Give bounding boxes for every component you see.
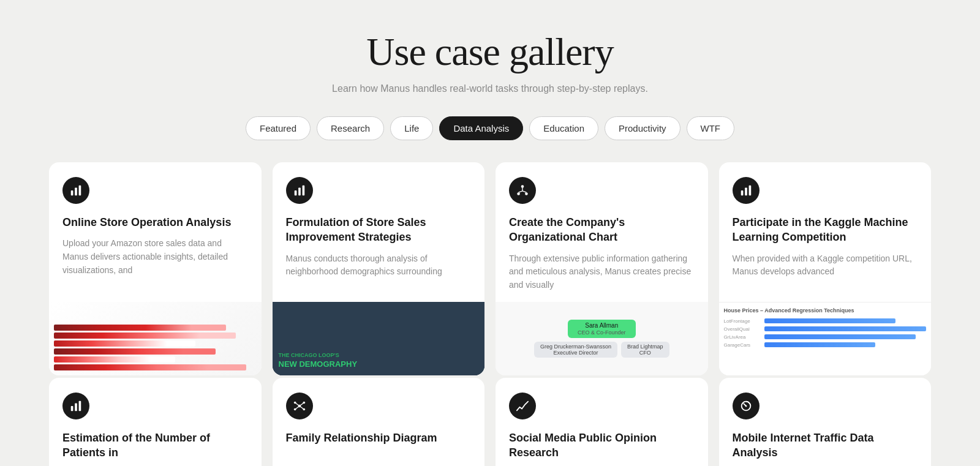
tab-featured[interactable]: Featured xyxy=(246,116,311,140)
svg-rect-2 xyxy=(79,186,81,196)
tab-productivity[interactable]: Productivity xyxy=(605,116,680,140)
page-header: Use case gallery Learn how Manus handles… xyxy=(49,29,931,94)
svg-rect-14 xyxy=(748,186,751,196)
chart-icon-2 xyxy=(286,177,313,204)
svg-point-8 xyxy=(525,192,528,195)
card-title-6: Family Relationship Diagram xyxy=(286,430,472,445)
chart-icon-5 xyxy=(62,393,89,419)
card-title-4: Participate in the Kaggle Machine Learni… xyxy=(733,215,918,245)
svg-rect-3 xyxy=(294,190,296,195)
card-online-store[interactable]: Online Store Operation Analysis Upload y… xyxy=(49,162,262,375)
card-image xyxy=(49,302,262,375)
svg-rect-16 xyxy=(75,403,77,411)
svg-rect-13 xyxy=(745,187,747,195)
card-org-chart[interactable]: Create the Company's Organizational Char… xyxy=(496,162,708,375)
svg-rect-17 xyxy=(79,400,81,411)
card-title-3: Create the Company's Organizational Char… xyxy=(509,215,695,245)
svg-point-6 xyxy=(521,185,524,188)
svg-line-24 xyxy=(300,402,304,406)
card-family-diagram[interactable]: Family Relationship Diagram xyxy=(273,378,485,466)
svg-line-11 xyxy=(522,191,526,192)
tab-wtf[interactable]: WTF xyxy=(687,116,734,140)
svg-rect-0 xyxy=(71,190,74,195)
card-title: Online Store Operation Analysis xyxy=(62,215,248,230)
chart3-icon xyxy=(733,393,760,419)
card-image-3: Sara AllmanCEO & Co-Founder Greg Drucker… xyxy=(496,302,708,375)
tab-life[interactable]: Life xyxy=(390,116,433,140)
org-icon xyxy=(509,177,536,204)
svg-rect-5 xyxy=(302,186,304,196)
card-title-5: Estimation of the Number of Patients in xyxy=(62,430,248,460)
card-title-8: Mobile Internet Traffic Data Analysis xyxy=(733,430,918,460)
kaggle-icon xyxy=(733,177,760,204)
svg-line-23 xyxy=(295,402,299,406)
page-title: Use case gallery xyxy=(49,29,931,75)
cards-grid-row2: Estimation of the Number of Patients in … xyxy=(49,378,931,466)
card-title-2: Formulation of Store Sales Improvement S… xyxy=(286,215,472,245)
card-social-media[interactable]: Social Media Public Opinion Research xyxy=(496,378,708,466)
network-icon xyxy=(286,393,313,419)
svg-line-26 xyxy=(300,406,304,410)
card-desc-4: When provided with a Kaggle competition … xyxy=(733,252,918,292)
tab-education[interactable]: Education xyxy=(529,116,598,140)
page-subtitle: Learn how Manus handles real-world tasks… xyxy=(49,83,931,94)
chart2-icon xyxy=(509,393,536,419)
filter-tabs: Featured Research Life Data Analysis Edu… xyxy=(49,116,931,140)
card-image-2: THE CHICAGO LOOP'S NEW DEMOGRAPHY xyxy=(273,302,485,375)
svg-rect-4 xyxy=(298,187,301,195)
card-desc-2: Manus conducts thorough analysis of neig… xyxy=(286,252,472,292)
card-patients[interactable]: Estimation of the Number of Patients in xyxy=(49,378,262,466)
svg-rect-15 xyxy=(71,406,74,411)
svg-point-7 xyxy=(517,192,520,195)
card-store-sales[interactable]: Formulation of Store Sales Improvement S… xyxy=(273,162,485,375)
card-image-4: House Prices – Advanced Regression Techn… xyxy=(719,302,932,375)
tab-research[interactable]: Research xyxy=(317,116,384,140)
svg-line-25 xyxy=(295,406,299,410)
svg-point-28 xyxy=(745,405,747,407)
svg-line-10 xyxy=(519,191,522,192)
card-mobile-traffic[interactable]: Mobile Internet Traffic Data Analysis xyxy=(719,378,932,466)
svg-rect-1 xyxy=(75,187,77,195)
svg-rect-12 xyxy=(741,190,743,195)
chart-icon xyxy=(62,177,89,204)
tab-data-analysis[interactable]: Data Analysis xyxy=(439,116,523,140)
card-desc: Upload your Amazon store sales data and … xyxy=(62,237,248,291)
card-kaggle[interactable]: Participate in the Kaggle Machine Learni… xyxy=(719,162,932,375)
cards-grid: Online Store Operation Analysis Upload y… xyxy=(49,162,931,375)
card-desc-3: Through extensive public information gat… xyxy=(509,252,695,292)
card-title-7: Social Media Public Opinion Research xyxy=(509,430,695,460)
